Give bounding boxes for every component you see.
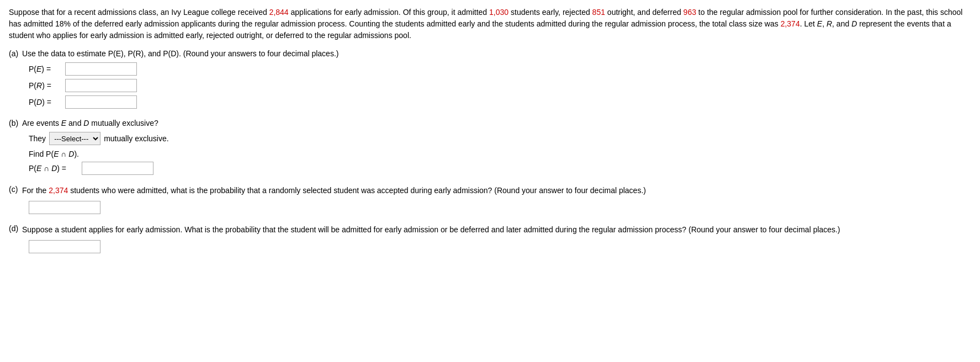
- pr-row: P(R) =: [29, 79, 971, 92]
- num2: 1,030: [489, 8, 508, 17]
- part-d: (d) Suppose a student applies for early …: [9, 224, 971, 253]
- part-c: (c) For the 2,374 students who were admi…: [9, 185, 971, 214]
- num5: 2,374: [781, 19, 800, 28]
- pd-label: P(D) =: [29, 98, 62, 107]
- pe-input[interactable]: [65, 62, 137, 76]
- num3: 851: [592, 8, 605, 17]
- italic-d: D: [851, 19, 857, 28]
- italic-e: E: [817, 19, 822, 28]
- after-select-text: mutually exclusive.: [104, 134, 169, 143]
- intro-text3: students early, rejected: [508, 8, 592, 17]
- p-intersection-label: P(E ∩ D) =: [29, 164, 78, 173]
- pr-input[interactable]: [65, 79, 137, 92]
- intro-text1: Suppose that for a recent admissions cla…: [9, 8, 269, 17]
- part-c-letter: (c): [9, 185, 19, 194]
- part-c-input[interactable]: [29, 201, 100, 214]
- p-intersection-row: P(E ∩ D) =: [29, 162, 971, 175]
- pd-input[interactable]: [65, 95, 137, 109]
- part-a-letter: (a): [9, 49, 19, 58]
- pe-label: P(E) =: [29, 65, 62, 73]
- part-b: (b) Are events E and D mutually exclusiv…: [9, 119, 971, 175]
- part-d-input[interactable]: [29, 240, 100, 253]
- part-c-question: For the 2,374 students who were admitted…: [22, 185, 971, 196]
- pr-label: P(R) =: [29, 81, 62, 90]
- part-a: (a) Use the data to estimate P(E), P(R),…: [9, 49, 971, 109]
- intro-text2: applications for early admission. Of thi…: [289, 8, 489, 17]
- part-a-instruction: Use the data to estimate P(E), P(R), and…: [22, 49, 338, 58]
- they-text: They: [29, 134, 46, 143]
- pe-row: P(E) =: [29, 62, 971, 76]
- pd-row: P(D) =: [29, 95, 971, 109]
- intro-text4: outright, and deferred: [605, 8, 684, 17]
- part-d-letter: (d): [9, 224, 19, 233]
- part-b-letter: (b): [9, 119, 19, 127]
- mutually-exclusive-select[interactable]: ---Select--- are are not: [49, 132, 100, 145]
- part-c-num: 2,374: [49, 186, 68, 195]
- part-c-question-post: students who were admitted, what is the …: [68, 186, 646, 195]
- num4: 963: [684, 8, 696, 17]
- num1: 2,844: [269, 8, 289, 17]
- intro-text6: . Let: [800, 19, 817, 28]
- problem-intro: Suppose that for a recent admissions cla…: [9, 7, 971, 41]
- italic-r: R: [827, 19, 832, 28]
- part-b-question: Are events E and D mutually exclusive?: [22, 119, 158, 127]
- intro-text8: , and: [832, 19, 851, 28]
- mutually-exclusive-row: They ---Select--- are are not mutually e…: [29, 132, 971, 145]
- find-p-text: Find P(E ∩ D).: [29, 150, 971, 158]
- p-intersection-input[interactable]: [82, 162, 153, 175]
- part-d-question: Suppose a student applies for early admi…: [22, 224, 971, 236]
- intro-text7: ,: [822, 19, 827, 28]
